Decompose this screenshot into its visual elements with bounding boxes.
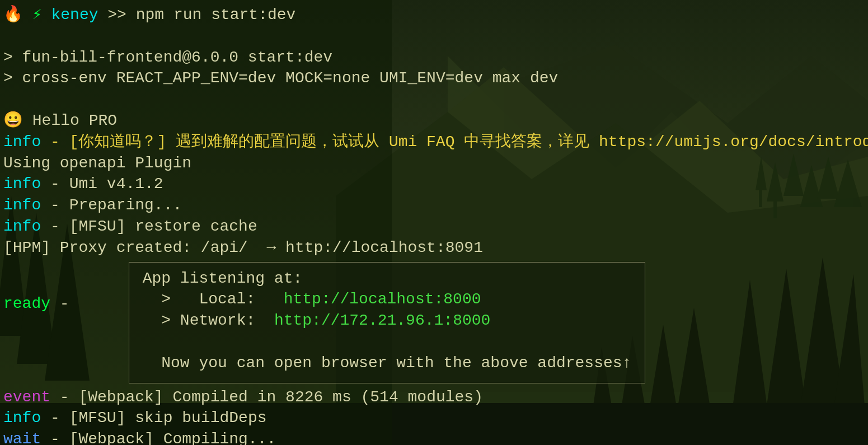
wait-webpack-1-line: wait - [Webpack] Compiling... [0, 429, 868, 445]
output-line-1: > fun-bill-frontend@6.0.0 start:dev [0, 47, 868, 68]
umi-version-text: - Umi v4.1.2 [41, 174, 163, 195]
openapi-line: Using openapi Plugin [0, 153, 868, 174]
ready-dash: - [50, 293, 69, 315]
event-webpack-8226-text: - [Webpack] Compiled in 8226 ms (514 mod… [50, 387, 483, 408]
info-faq-text: - [你知道吗？] 遇到难解的配置问题，试试从 Umi FAQ 中寻找答案，详见… [41, 132, 868, 153]
event-tag-1: event [3, 387, 50, 408]
prompt-command: npm run start:dev [136, 4, 296, 26]
output-line-2: > cross-env REACT_APP_ENV=dev MOCK=none … [0, 68, 868, 89]
smiley-icon: 😀 [3, 110, 32, 132]
info-faq-line: info - [你知道吗？] 遇到难解的配置问题，试试从 Umi FAQ 中寻找… [0, 132, 868, 153]
prompt-separator: >> [98, 4, 136, 26]
wait-webpack-1-text: - [Webpack] Compiling... [41, 429, 276, 445]
hpm-proxy-line: [HPM] Proxy created: /api/ → http://loca… [0, 237, 868, 259]
info-tag-2: info [3, 174, 41, 195]
blank-line-2 [0, 89, 868, 110]
mfsu-skip-1-text: - [MFSU] skip buildDeps [41, 407, 266, 429]
ready-infobox-row: ready - App listening at: > Local: http:… [0, 259, 868, 387]
info-preparing-line: info - Preparing... [0, 195, 868, 216]
info-box-network: > Network: http://172.21.96.1:8000 [143, 310, 632, 331]
terminal-output: 🔥 ⚡ keney >> npm run start:dev > fun-bil… [0, 0, 868, 445]
info-box-app-listening: App listening at: [143, 268, 632, 289]
ready-label-container: ready - [0, 260, 73, 315]
info-box-open-browser: Now you can open browser with the above … [143, 353, 632, 374]
hello-text: Hello PRO [32, 110, 117, 132]
network-url[interactable]: http://172.21.96.1:8000 [274, 312, 490, 329]
ready-tag: ready [3, 293, 50, 315]
info-tag-3: info [3, 195, 41, 216]
event-webpack-8226-line: event - [Webpack] Compiled in 8226 ms (5… [0, 387, 868, 408]
wait-tag-1: wait [3, 429, 41, 445]
line-text: > fun-bill-frontend@6.0.0 start:dev [3, 47, 332, 68]
info-box-blank [143, 331, 632, 353]
fire-icon: 🔥 [3, 4, 32, 26]
local-url[interactable]: http://localhost:8000 [284, 291, 481, 308]
info-tag-5: info [3, 407, 41, 429]
hello-pro-line: 😀 Hello PRO [0, 110, 868, 132]
info-umi-line: info - Umi v4.1.2 [0, 174, 868, 195]
line-text: > cross-env REACT_APP_ENV=dev MOCK=none … [3, 68, 558, 89]
info-mfsu-skip-1-line: info - [MFSU] skip buildDeps [0, 407, 868, 429]
hpm-text: [HPM] Proxy created: /api/ → http://loca… [3, 237, 483, 259]
bolt-icon: ⚡ [32, 4, 51, 26]
info-box: App listening at: > Local: http://localh… [129, 262, 646, 383]
blank-line-1 [0, 26, 868, 47]
prompt-line: 🔥 ⚡ keney >> npm run start:dev [0, 4, 868, 26]
info-tag-1: info [3, 132, 41, 153]
mfsu-restore-text: - [MFSU] restore cache [41, 216, 257, 237]
info-mfsu-restore-line: info - [MFSU] restore cache [0, 216, 868, 237]
info-tag-4: info [3, 216, 41, 237]
username: keney [51, 4, 98, 26]
preparing-text: - Preparing... [41, 195, 182, 216]
openapi-text: Using openapi Plugin [3, 153, 191, 174]
info-box-local: > Local: http://localhost:8000 [143, 289, 632, 310]
